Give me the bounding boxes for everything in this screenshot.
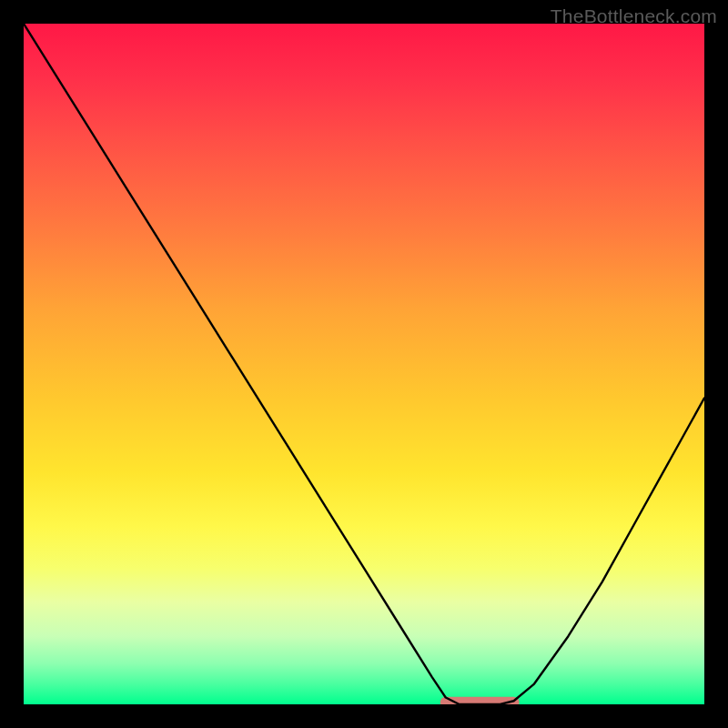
bottleneck-curve bbox=[24, 24, 704, 704]
curve-svg bbox=[24, 24, 704, 704]
plot-area bbox=[24, 24, 704, 704]
chart-frame: TheBottleneck.com bbox=[0, 0, 728, 728]
watermark-text: TheBottleneck.com bbox=[551, 5, 717, 27]
